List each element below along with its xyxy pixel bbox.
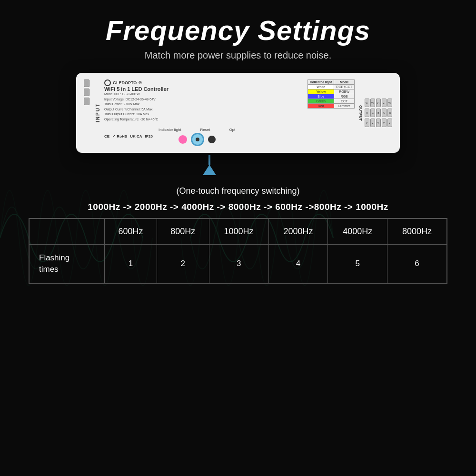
table-header-800hz: 800Hz bbox=[157, 219, 209, 245]
frequency-sequence: 1000Hz -> 2000Hz -> 4000Hz -> 8000Hz -> … bbox=[88, 202, 388, 212]
table-header-1000hz: 1000Hz bbox=[209, 219, 268, 245]
table-cell-5: 5 bbox=[328, 245, 387, 283]
table-header-4000hz: 4000Hz bbox=[328, 219, 387, 245]
table-cell-2: 2 bbox=[157, 245, 209, 283]
input-terminals bbox=[84, 79, 89, 146]
input-label: INPUT bbox=[95, 103, 100, 122]
output-label: OUTPUT bbox=[358, 105, 363, 121]
device-title: WiFi 5 in 1 LED Controller bbox=[104, 86, 169, 92]
frequency-arrow bbox=[203, 155, 216, 175]
page-subtitle: Match more power supplies to reduce nois… bbox=[145, 50, 331, 61]
page-title: Frequency Settings bbox=[106, 14, 370, 46]
reset-button[interactable] bbox=[191, 133, 204, 146]
table-header-600hz: 600Hz bbox=[105, 219, 157, 245]
one-touch-caption: (One-touch frequency switching) bbox=[176, 186, 299, 196]
table-cell-4: 4 bbox=[268, 245, 328, 283]
table-header-2000hz: 2000Hz bbox=[268, 219, 328, 245]
table-header-8000hz: 8000Hz bbox=[387, 219, 447, 245]
opt-button[interactable] bbox=[208, 136, 216, 143]
indicator-light-dot bbox=[178, 135, 187, 144]
table-cell-3: 3 bbox=[209, 245, 268, 283]
table-header-empty bbox=[30, 219, 105, 245]
frequency-table: 600Hz 800Hz 1000Hz 2000Hz 4000Hz 8000Hz … bbox=[29, 218, 447, 284]
mode-table: Indicator light Mode White RGB+CCT Yello… bbox=[307, 79, 355, 109]
device-specs: Model NO.: GL-C-001W Input Voltage: DC12… bbox=[104, 92, 169, 122]
brand-logo: GLEDOPTO® bbox=[104, 79, 169, 86]
device-illustration: INPUT GLEDOPTO® WiFi 5 in 1 LED Controll… bbox=[76, 73, 400, 175]
table-cell-1: 1 bbox=[105, 245, 157, 283]
row-label-flashing-times: Flashingtimes bbox=[30, 245, 105, 283]
bottom-labels: Indicator light Reset Opt bbox=[159, 128, 235, 132]
table-cell-6: 6 bbox=[387, 245, 447, 283]
table-row: Flashingtimes 1 2 3 4 5 6 bbox=[30, 245, 447, 283]
certifications: CE ✓ RoHS UK CA IP20 bbox=[104, 134, 153, 139]
